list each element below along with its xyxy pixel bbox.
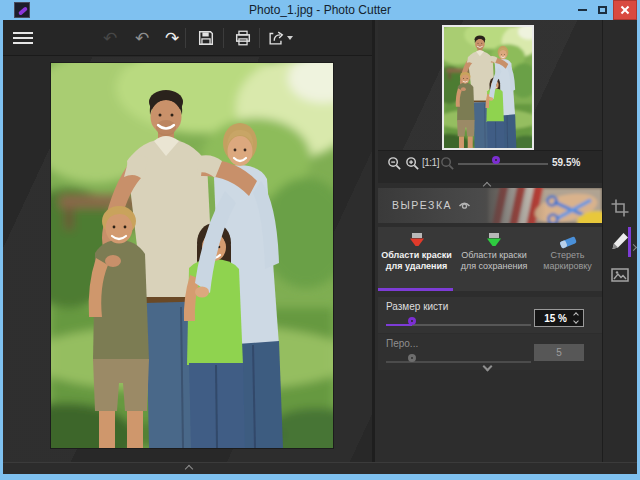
- feather-value: 5: [534, 344, 584, 361]
- marker-tool-icon[interactable]: [610, 231, 630, 251]
- share-icon[interactable]: [265, 26, 295, 50]
- preview-area: [378, 20, 602, 150]
- red-marker-icon: [378, 232, 455, 250]
- canvas-column: ↶ ↶ ↷: [3, 20, 375, 462]
- brush-size-section: Размер кисти 15 %: [378, 297, 602, 333]
- collapse-preview-button[interactable]: [484, 175, 496, 183]
- preview-eye-icon[interactable]: [458, 200, 471, 211]
- brush-size-label: Размер кисти: [386, 301, 448, 312]
- crop-icon[interactable]: [610, 198, 630, 218]
- close-button[interactable]: [613, 0, 637, 20]
- undo-icon[interactable]: ↶: [130, 26, 154, 50]
- brush-size-slider[interactable]: [386, 314, 531, 328]
- reset-icon[interactable]: ↶: [98, 26, 122, 50]
- settings-panel: [1:1] 59.5%: [378, 20, 602, 462]
- zoom-out-icon[interactable]: [387, 156, 402, 171]
- tab-mark-removal[interactable]: Области краски для удаления: [378, 227, 455, 291]
- tab-erase-marking[interactable]: Стереть маркировку: [533, 227, 602, 291]
- redo-icon[interactable]: ↷: [160, 26, 184, 50]
- minimize-button[interactable]: [572, 0, 592, 20]
- panel-expander[interactable]: [631, 236, 639, 248]
- image-tool-icon[interactable]: [610, 265, 630, 285]
- bottom-bar[interactable]: [3, 462, 637, 474]
- print-icon[interactable]: [231, 26, 255, 50]
- zoom-value: 59.5%: [552, 157, 580, 168]
- green-marker-icon: [455, 232, 533, 250]
- app-window: Photo_1.jpg - Photo Cutter ↶ ↶ ↷: [0, 0, 640, 480]
- menu-icon[interactable]: [11, 26, 35, 50]
- feather-slider[interactable]: [386, 351, 531, 365]
- zoom-slider[interactable]: [458, 153, 548, 173]
- toolbar: ↶ ↶ ↷: [3, 20, 372, 56]
- eraser-icon: [533, 232, 602, 250]
- cutout-section-title: ВЫРЕЗКА: [392, 199, 452, 211]
- fit-screen-icon[interactable]: [440, 156, 455, 171]
- cutout-section-header[interactable]: ВЫРЕЗКА: [378, 188, 602, 223]
- brush-size-spinner[interactable]: [572, 310, 582, 326]
- brush-size-knob[interactable]: [408, 317, 416, 325]
- expand-settings-button[interactable]: [484, 356, 496, 366]
- feather-label: Перо...: [386, 338, 418, 349]
- save-icon[interactable]: [194, 26, 218, 50]
- zoom-in-icon[interactable]: [405, 156, 420, 171]
- tab-mark-keep[interactable]: Области краски для сохранения: [455, 227, 533, 291]
- side-tool-strip: [602, 20, 637, 462]
- window-title: Photo_1.jpg - Photo Cutter: [0, 3, 640, 17]
- zoom-slider-knob[interactable]: [492, 156, 500, 164]
- title-bar: Photo_1.jpg - Photo Cutter: [0, 0, 640, 20]
- preview-thumbnail: [442, 25, 534, 150]
- editing-canvas[interactable]: [3, 57, 372, 462]
- zoom-controls: [1:1] 59.5%: [378, 150, 602, 183]
- maximize-button[interactable]: [592, 0, 612, 20]
- feather-knob[interactable]: [408, 354, 416, 362]
- actual-size-button[interactable]: [1:1]: [422, 157, 439, 168]
- photo-image[interactable]: [51, 63, 333, 448]
- tool-tabs: Области краски для удаления Области крас…: [378, 227, 602, 291]
- main-area: ↶ ↶ ↷: [3, 20, 637, 474]
